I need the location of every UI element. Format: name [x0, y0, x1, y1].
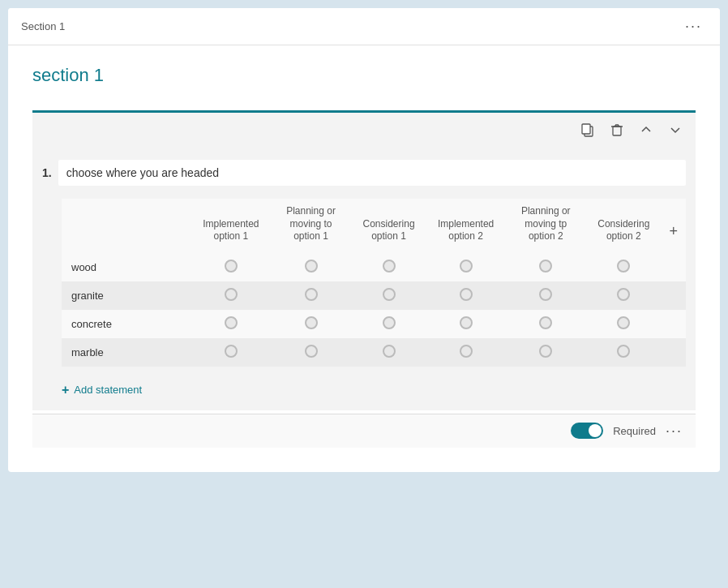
matrix-col-header-5: Considering option 2 — [586, 199, 661, 253]
radio-concrete-2[interactable] — [351, 310, 426, 338]
matrix-col-header-0: Implemented option 1 — [191, 199, 271, 253]
required-toggle[interactable] — [571, 423, 603, 439]
radio-granite-1[interactable] — [271, 281, 352, 310]
matrix-table: Implemented option 1 Planning or moving … — [62, 199, 686, 367]
copy-button[interactable] — [577, 119, 598, 144]
section-container: Section 1 ··· section 1 — [8, 8, 720, 472]
radio-marble-2[interactable] — [351, 338, 426, 367]
section-header: Section 1 ··· — [8, 8, 720, 45]
add-statement-label: Add statement — [74, 384, 142, 396]
radio-wood-extra — [661, 253, 686, 281]
question-number: 1. — [42, 166, 52, 179]
move-down-button[interactable] — [665, 119, 686, 144]
radio-granite-2[interactable] — [351, 281, 426, 310]
radio-marble-5[interactable] — [586, 338, 661, 367]
radio-wood-5[interactable] — [586, 253, 661, 281]
question-toolbar — [32, 113, 696, 150]
radio-marble-0[interactable] — [191, 338, 271, 367]
question-footer: Required ··· — [32, 414, 696, 448]
move-up-button[interactable] — [636, 119, 657, 144]
question-text-input[interactable] — [58, 160, 686, 186]
table-row: granite — [62, 281, 686, 310]
question-block: 1. Implemented option 1 Planning or movi… — [32, 110, 696, 410]
radio-wood-0[interactable] — [191, 253, 271, 281]
radio-wood-4[interactable] — [505, 253, 586, 281]
radio-granite-extra — [661, 281, 686, 310]
question-content: 1. Implemented option 1 Planning or movi… — [32, 150, 696, 410]
svg-rect-1 — [582, 124, 590, 134]
matrix-col-header-3: Implemented option 2 — [426, 199, 506, 253]
add-statement-row[interactable]: + Add statement — [42, 373, 686, 401]
radio-wood-3[interactable] — [426, 253, 506, 281]
table-row: wood — [62, 253, 686, 281]
matrix-col-header-1: Planning or moving to option 1 — [271, 199, 352, 253]
radio-marble-3[interactable] — [426, 338, 506, 367]
radio-wood-2[interactable] — [351, 253, 426, 281]
matrix-col-header-2: Considering option 1 — [351, 199, 426, 253]
radio-granite-5[interactable] — [586, 281, 661, 310]
add-column-button[interactable]: + — [666, 220, 681, 243]
row-label-granite: granite — [62, 281, 191, 310]
radio-concrete-3[interactable] — [426, 310, 506, 338]
matrix-table-wrapper: Implemented option 1 Planning or moving … — [62, 199, 686, 367]
radio-marble-extra — [661, 338, 686, 367]
row-label-marble: marble — [62, 338, 191, 367]
section-header-title: Section 1 — [21, 20, 65, 32]
radio-concrete-5[interactable] — [586, 310, 661, 338]
page-wrapper: Section 1 ··· section 1 — [0, 0, 728, 588]
question-row: 1. — [42, 153, 686, 192]
table-row: marble — [62, 338, 686, 367]
section-body: section 1 — [8, 45, 720, 472]
radio-concrete-4[interactable] — [505, 310, 586, 338]
radio-marble-4[interactable] — [505, 338, 586, 367]
section-more-button[interactable]: ··· — [680, 16, 707, 36]
required-label: Required — [613, 425, 656, 437]
add-statement-icon: + — [62, 383, 69, 397]
toggle-knob — [589, 424, 602, 437]
radio-wood-1[interactable] — [271, 253, 352, 281]
radio-granite-3[interactable] — [426, 281, 506, 310]
table-row: concrete — [62, 310, 686, 338]
footer-more-button[interactable]: ··· — [666, 423, 683, 440]
radio-concrete-extra — [661, 310, 686, 338]
radio-concrete-1[interactable] — [271, 310, 352, 338]
radio-marble-1[interactable] — [271, 338, 352, 367]
delete-button[interactable] — [606, 119, 627, 144]
matrix-header-empty — [62, 199, 191, 253]
section-title: section 1 — [32, 65, 696, 86]
svg-rect-2 — [613, 127, 621, 135]
row-label-concrete: concrete — [62, 310, 191, 338]
matrix-col-header-4: Planning or moving tp option 2 — [505, 199, 586, 253]
radio-granite-0[interactable] — [191, 281, 271, 310]
row-label-wood: wood — [62, 253, 191, 281]
add-column-header: + — [661, 199, 686, 253]
radio-concrete-0[interactable] — [191, 310, 271, 338]
radio-granite-4[interactable] — [505, 281, 586, 310]
